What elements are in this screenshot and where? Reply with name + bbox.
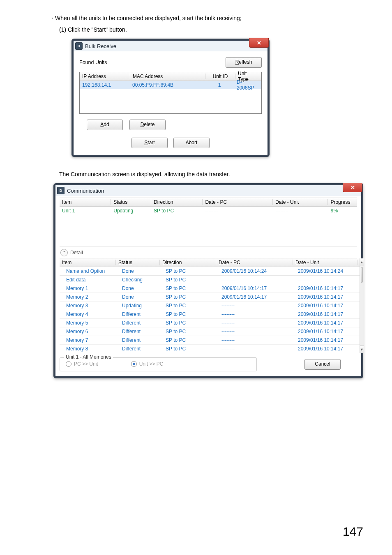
col-status[interactable]: Status [116, 260, 160, 265]
cell-date-pc: -------- [219, 337, 295, 343]
col-status[interactable]: Status [111, 199, 151, 205]
memories-fieldset: Unit 1 - All Memories PC >> Unit Unit >>… [60, 357, 257, 371]
close-button[interactable]: ✕ [343, 183, 362, 192]
cell-status: Updating [111, 208, 151, 214]
col-progress[interactable]: Progress [328, 199, 357, 205]
col-direction[interactable]: Direction [160, 260, 216, 265]
cell-direction: SP to PC [163, 311, 219, 317]
cell-date-pc: -------- [219, 329, 295, 334]
cell-date-pc: 2009/01/16 10:14:17 [219, 286, 295, 291]
cell-status: Updating [120, 303, 163, 309]
cell-item: Unit 1 [60, 208, 111, 214]
refresh-button[interactable]: Reflesh [226, 57, 262, 68]
scroll-down-button[interactable]: ▼ [360, 345, 364, 353]
summary-header: Item Status Direction Date - PC Date - U… [60, 198, 357, 207]
cell-date-unit: -------- [273, 208, 328, 214]
cell-item: Edit data [60, 277, 120, 283]
fieldset-legend: Unit 1 - All Memories [64, 354, 113, 360]
scroll-thumb[interactable] [361, 267, 363, 283]
cell-direction: SP to PC [163, 337, 219, 343]
cell-status: Different [120, 320, 163, 326]
close-button[interactable]: ✕ [249, 38, 269, 48]
delete-button[interactable]: Delete [129, 120, 166, 130]
cell-item: Memory 2 [60, 294, 120, 300]
cell-date-unit: 2009/01/16 10:14:17 [295, 294, 360, 300]
detail-row[interactable]: Memory 3UpdatingSP to PC--------2009/01/… [60, 301, 360, 310]
col-date-unit[interactable]: Date - Unit [273, 199, 328, 205]
titlebar: D Bulk Receive ✕ [74, 41, 267, 51]
detail-row[interactable]: Edit dataCheckingSP to PC---------------… [60, 275, 360, 284]
add-button[interactable]: Add [87, 120, 123, 130]
detail-row[interactable]: Memory 7DifferentSP to PC--------2009/01… [60, 336, 360, 344]
cell-date-pc: -------- [219, 346, 295, 352]
detail-row[interactable]: Memory 6DifferentSP to PC--------2009/01… [60, 327, 360, 336]
scroll-up-button[interactable]: ▲ [360, 258, 364, 266]
cell-status: Checking [120, 277, 163, 283]
start-button[interactable]: Start [131, 138, 168, 148]
detail-row[interactable]: Memory 4DifferentSP to PC--------2009/01… [60, 310, 360, 318]
cell-date-unit: 2009/01/16 10:14:17 [295, 320, 360, 326]
detail-toggle[interactable]: ⌃ [60, 249, 68, 256]
window-title: Communication [67, 188, 104, 194]
cancel-button[interactable]: Cancel [304, 359, 341, 370]
radio-pc-to-unit[interactable]: PC >> Unit [66, 361, 98, 367]
summary-empty-area [60, 215, 357, 246]
detail-row[interactable]: Memory 1DoneSP to PC2009/01/16 10:14:172… [60, 284, 360, 292]
cell-date-pc: -------- [203, 208, 273, 214]
cell-date-pc: -------- [219, 303, 295, 309]
detail-row[interactable]: Memory 5DifferentSP to PC--------2009/01… [60, 318, 360, 327]
cell-direction: SP to PC [163, 329, 219, 334]
cell-unit-type: D-2008SP [234, 79, 261, 91]
cell-date-pc: -------- [219, 320, 295, 326]
cell-date-unit: 2009/01/16 10:14:17 [295, 303, 360, 309]
cell-item: Memory 1 [60, 286, 120, 291]
detail-header-row: Item Status Direction Date - PC Date - U… [60, 258, 360, 267]
detail-row[interactable]: Memory 8DifferentSP to PC--------2009/01… [60, 344, 360, 353]
cell-unit-id: 1 [205, 82, 234, 88]
col-date-unit[interactable]: Date - Unit [293, 260, 357, 265]
page-number: 147 [343, 525, 363, 539]
cell-direction: SP to PC [151, 208, 203, 214]
cell-date-unit: 2009/01/16 10:14:17 [295, 311, 360, 317]
cell-date-unit: 2009/01/16 10:14:17 [295, 346, 360, 352]
detail-table: Item Status Direction Date - PC Date - U… [60, 258, 360, 353]
detail-row[interactable]: Name and OptionDoneSP to PC2009/01/16 10… [60, 267, 360, 275]
instruction-bullet: ・When all the units to be connected are … [49, 15, 351, 22]
detail-row[interactable]: Memory 2DoneSP to PC2009/01/16 10:14:172… [60, 292, 360, 301]
col-direction[interactable]: Direction [151, 199, 203, 205]
col-date-pc[interactable]: Date - PC [216, 260, 293, 265]
cell-status: Different [120, 329, 163, 334]
cell-date-pc: 2009/01/16 10:14:17 [219, 294, 295, 300]
cell-date-unit: 2009/01/16 10:14:17 [295, 329, 360, 334]
summary-list: Item Status Direction Date - PC Date - U… [60, 198, 357, 246]
detail-scrollbar[interactable]: ▲ ▼ [360, 258, 364, 353]
radio-label: PC >> Unit [74, 361, 98, 367]
radio-unit-to-pc[interactable]: Unit >> PC [131, 361, 164, 367]
cell-date-pc: 2009/01/16 10:14:24 [219, 268, 295, 274]
cell-item: Memory 3 [60, 303, 120, 309]
col-unit-id[interactable]: Unit ID [205, 74, 235, 79]
summary-row[interactable]: Unit 1 Updating SP to PC -------- ------… [60, 207, 357, 215]
window-title: Bulk Receive [85, 43, 116, 49]
col-item[interactable]: Item [60, 260, 116, 265]
cell-progress: 9% [328, 208, 357, 214]
radio-icon [131, 361, 137, 367]
cell-ip: 192.168.14.1 [80, 82, 130, 88]
col-mac[interactable]: MAC Address [130, 74, 205, 79]
cell-direction: SP to PC [163, 286, 219, 291]
units-table-row[interactable]: 192.168.14.1 00:05:F9:FF:89:4B 1 D-2008S… [80, 81, 261, 89]
col-date-pc[interactable]: Date - PC [203, 199, 273, 205]
cell-date-pc: -------- [219, 311, 295, 317]
col-item[interactable]: Item [60, 199, 111, 205]
cell-status: Different [120, 346, 163, 352]
cell-direction: SP to PC [163, 303, 219, 309]
radio-label: Unit >> PC [139, 361, 164, 367]
col-ip[interactable]: IP Address [80, 74, 130, 79]
abort-button[interactable]: Abort [173, 138, 210, 148]
radio-icon [66, 361, 71, 367]
scroll-track[interactable] [360, 266, 364, 345]
app-icon: D [57, 187, 65, 194]
cell-status: Done [120, 286, 163, 291]
cell-status: Different [120, 337, 163, 343]
bulk-receive-window: D Bulk Receive ✕ Found Units Reflesh IP … [71, 39, 270, 157]
